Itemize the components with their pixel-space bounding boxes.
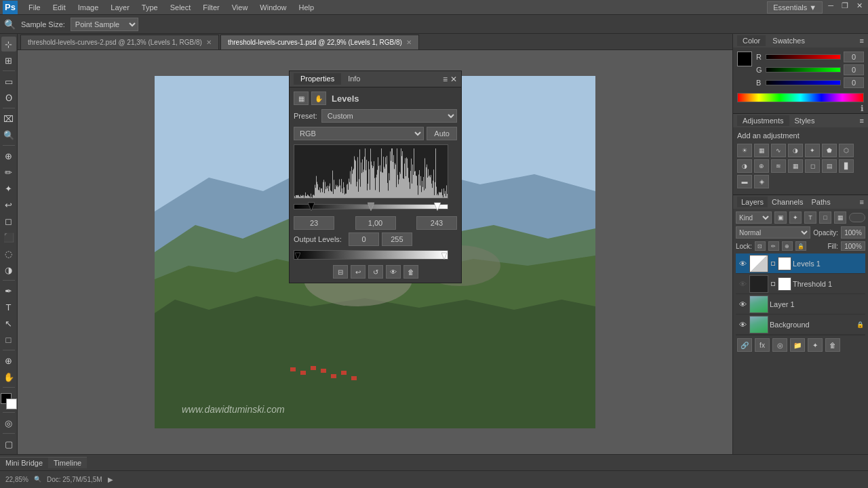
layer-effects-icon[interactable]: fx [755, 338, 770, 352]
menu-help[interactable]: Help [293, 2, 319, 13]
color-panel-menu[interactable]: ≡ [860, 37, 864, 45]
exposure-adj-icon[interactable]: ◑ [788, 144, 803, 157]
kind-filter-text[interactable]: T [804, 211, 816, 224]
delete-icon[interactable]: 🗑 [403, 265, 418, 279]
path-select-tool[interactable]: ↖ [1, 316, 16, 331]
gradient-map-adj-icon[interactable]: ▬ [737, 175, 752, 188]
red-slider[interactable] [766, 54, 841, 60]
tab-paths[interactable]: Paths [808, 197, 835, 207]
hsl-adj-icon[interactable]: ⬟ [822, 144, 837, 157]
blue-slider[interactable] [766, 80, 841, 85]
invert-adj-icon[interactable]: ◻ [805, 159, 820, 173]
blend-mode-select[interactable]: Normal Multiply Screen [736, 226, 810, 239]
zoom-tool[interactable]: ⊕ [1, 353, 16, 368]
output-white-field[interactable] [382, 232, 412, 246]
channel-select[interactable]: RGB Red Green Blue [294, 127, 424, 140]
clip-layer-icon[interactable]: ⊟ [333, 265, 348, 279]
tab-info[interactable]: Info [341, 73, 367, 85]
hand-icon[interactable]: ✋ [311, 92, 326, 105]
white-handle[interactable] [434, 201, 441, 212]
tab-layers[interactable]: Layers [737, 197, 768, 207]
pen-tool[interactable]: ✒ [1, 283, 16, 298]
input-black-field[interactable] [294, 216, 334, 230]
menu-edit[interactable]: Edit [47, 2, 71, 13]
panel-menu-icon[interactable]: ≡ [443, 75, 448, 84]
restore-button[interactable]: ❐ [839, 1, 851, 14]
screen-mode-tool[interactable]: ▢ [1, 436, 16, 451]
mini-tab-bridge[interactable]: Mini Bridge [0, 457, 48, 468]
input-mid-field[interactable] [355, 216, 396, 230]
panel-close-icon[interactable]: ✕ [450, 75, 457, 84]
adj-panel-menu[interactable]: ≡ [860, 117, 864, 125]
eyedropper-tool[interactable]: 🔍 [1, 127, 16, 142]
gray-handle[interactable] [368, 201, 374, 212]
link-layers-icon[interactable]: 🔗 [737, 338, 752, 352]
bw-adj-icon[interactable]: ◑ [737, 159, 752, 173]
tab-document-1[interactable]: threshold-levels-curves-2.psd @ 21,3% (L… [20, 35, 219, 49]
progress-arrow[interactable]: ▶ [108, 476, 113, 483]
colorlookup-adj-icon[interactable]: ▦ [788, 159, 803, 173]
move-tool[interactable]: ⊹ [1, 37, 16, 52]
menu-window[interactable]: Window [254, 2, 292, 13]
blur-tool[interactable]: ◌ [1, 246, 16, 261]
create-adj-icon[interactable]: ✦ [808, 338, 823, 352]
kind-filter-select[interactable]: Kind [736, 211, 772, 224]
tab-document-2[interactable]: threshold-levels-curves-1.psd @ 22,9% (L… [220, 35, 419, 49]
lock-pixels-icon[interactable]: ✏ [768, 241, 779, 251]
green-slider[interactable] [766, 67, 841, 73]
essentials-button[interactable]: Essentials ▼ [767, 1, 823, 14]
tab-adjustments[interactable]: Adjustments [737, 115, 789, 126]
reset-icon[interactable]: ↺ [368, 265, 383, 279]
layer-row-background[interactable]: 👁 Background 🔒 [736, 314, 865, 335]
artboard-tool[interactable]: ⊞ [1, 53, 16, 68]
output-gradient-slider[interactable] [294, 250, 448, 260]
posterize-adj-icon[interactable]: ▤ [822, 159, 837, 173]
layer-vis-layer1[interactable]: 👁 [737, 299, 748, 310]
dodge-tool[interactable]: ◑ [1, 262, 16, 277]
previous-state-icon[interactable]: ↩ [351, 265, 366, 279]
input-white-field[interactable] [416, 216, 457, 230]
green-value[interactable] [844, 64, 864, 75]
menu-file[interactable]: File [23, 2, 46, 13]
kind-filter-adj[interactable]: ✦ [789, 211, 802, 224]
eraser-tool[interactable]: ◻ [1, 214, 16, 228]
foreground-swatch[interactable] [737, 52, 752, 66]
layer-vis-threshold1[interactable]: 👁 [737, 279, 748, 289]
curves-adj-icon[interactable]: ∿ [771, 144, 786, 157]
background-color[interactable] [6, 399, 17, 409]
shape-tool[interactable]: □ [1, 332, 16, 347]
kind-filter-shape[interactable]: □ [819, 211, 831, 224]
stamp-tool[interactable]: ✦ [1, 181, 16, 196]
minimize-button[interactable]: ─ [825, 1, 836, 14]
quick-mask-tool[interactable]: ◎ [1, 415, 16, 430]
marquee-tool[interactable]: ▭ [1, 74, 16, 89]
menu-type[interactable]: Type [136, 2, 163, 13]
menu-select[interactable]: Select [165, 2, 197, 13]
menu-filter[interactable]: Filter [197, 2, 224, 13]
kind-filter-pixel[interactable]: ▣ [774, 211, 787, 224]
menu-image[interactable]: Image [73, 2, 104, 13]
opacity-field[interactable] [841, 226, 865, 239]
gradient-tool[interactable]: ⬛ [1, 230, 16, 245]
history-brush-tool[interactable]: ↩ [1, 197, 16, 212]
blue-value[interactable] [844, 77, 864, 88]
kind-filter-toggle[interactable] [849, 213, 865, 222]
tab-swatches[interactable]: Swatches [767, 35, 810, 46]
layer-row-threshold1[interactable]: 👁 Threshold 1 [736, 274, 865, 294]
lock-position-icon[interactable]: ⊕ [782, 241, 793, 251]
close-tab-2[interactable]: ✕ [406, 39, 412, 46]
tab-styles[interactable]: Styles [789, 115, 821, 126]
brightness-adj-icon[interactable]: ☀ [737, 144, 752, 157]
color-picker[interactable] [1, 393, 17, 409]
output-black-handle[interactable] [295, 251, 300, 261]
color-info-icon[interactable]: ℹ [861, 104, 864, 113]
close-button[interactable]: ✕ [854, 1, 865, 14]
layer-vis-levels1[interactable]: 👁 [737, 258, 748, 269]
layers-panel-menu[interactable]: ≡ [860, 198, 864, 206]
text-tool[interactable]: T [1, 300, 16, 314]
menu-layer[interactable]: Layer [105, 2, 135, 13]
brush-tool[interactable]: ✏ [1, 165, 16, 180]
output-white-handle[interactable] [441, 251, 447, 261]
levels-adj-icon[interactable]: ▦ [754, 144, 769, 157]
layer-vis-background[interactable]: 👁 [737, 319, 748, 330]
